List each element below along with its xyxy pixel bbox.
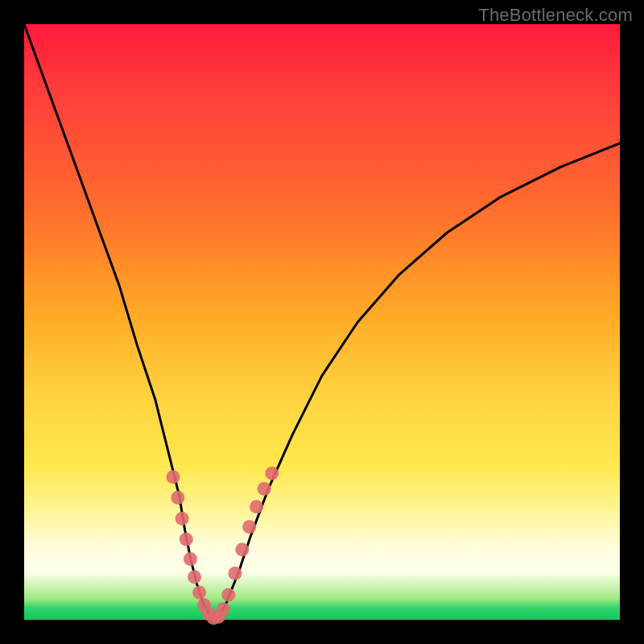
marker-dot (235, 543, 249, 556)
marker-dot (250, 500, 263, 514)
chart-svg (24, 24, 620, 620)
chart-frame: TheBottleneck.com (0, 0, 644, 644)
marker-group (167, 467, 279, 625)
marker-dot (258, 482, 271, 496)
marker-dot (171, 491, 184, 505)
marker-dot (217, 602, 230, 616)
marker-dot (180, 533, 193, 547)
marker-dot (192, 586, 206, 600)
watermark-text: TheBottleneck.com (478, 5, 633, 26)
bottleneck-curve (24, 24, 620, 620)
marker-dot (167, 470, 180, 484)
marker-dot (221, 588, 235, 601)
marker-dot (188, 570, 201, 584)
marker-dot (184, 552, 197, 566)
marker-dot (175, 512, 189, 526)
marker-dot (265, 467, 279, 481)
marker-dot (229, 567, 242, 580)
marker-dot (242, 520, 256, 534)
plot-area (24, 24, 620, 620)
